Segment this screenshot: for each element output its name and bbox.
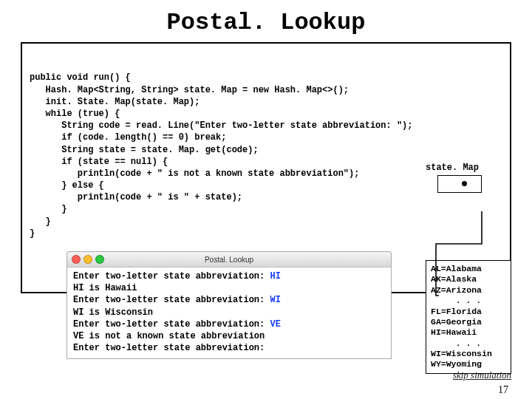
page-number: 17 xyxy=(498,384,508,396)
terminal-line: Enter two-letter state abbreviation: WI xyxy=(73,294,385,306)
statemap-entry: AZ=Arizona xyxy=(431,285,506,296)
statemap-label: state. Map xyxy=(426,162,479,174)
terminal-window: Postal. Lookup Enter two-letter state ab… xyxy=(66,251,392,359)
statemap-entry: . . . xyxy=(431,338,506,349)
statemap-entry: GA=Georgia xyxy=(431,317,506,327)
statemap-entry: FL=Florida xyxy=(431,307,506,317)
code-line: } xyxy=(30,228,502,239)
statemap-entry: WI=Wisconsin xyxy=(431,349,506,359)
statemap-data-box: AL=AlabamaAK=AlaskaAZ=Arizona. . .FL=Flo… xyxy=(426,260,511,374)
statemap-entry: WY=Wyoming xyxy=(431,359,506,369)
code-line: public void run() { xyxy=(30,72,502,83)
code-line: String state = state. Map. get(code); xyxy=(30,144,502,156)
terminal-line: WI is Wisconsin xyxy=(73,307,385,318)
code-line: init. State. Map(state. Map); xyxy=(30,96,502,108)
statemap-var-box xyxy=(437,175,482,193)
code-line: } xyxy=(30,216,502,228)
statemap-pointer-dot xyxy=(462,181,467,186)
statemap-entry: HI=Hawaii xyxy=(431,327,506,338)
statemap-entry: . . . xyxy=(431,296,506,306)
statemap-entry: AK=Alaska xyxy=(431,274,506,284)
terminal-body: Enter two-letter state abbreviation: HIH… xyxy=(66,267,392,359)
user-input: HI xyxy=(270,271,280,282)
user-input: WI xyxy=(270,295,280,305)
user-input: VE xyxy=(270,319,280,330)
statemap-entry: AL=Alabama xyxy=(431,264,506,274)
code-line: } xyxy=(30,203,502,215)
terminal-line: HI is Hawaii xyxy=(73,282,385,294)
code-line: Hash. Map<String, String> state. Map = n… xyxy=(30,84,502,96)
code-line: println(code + " is " + state); xyxy=(30,191,502,203)
terminal-line: Enter two-letter state abbreviation: VE xyxy=(73,318,385,330)
page-title: Postal. Lookup xyxy=(0,9,532,36)
code-line: if (code. length() == 0) break; xyxy=(30,132,502,143)
terminal-line: Enter two-letter state abbreviation: HI xyxy=(73,270,385,282)
terminal-title: Postal. Lookup xyxy=(67,256,391,264)
code-line: while (true) { xyxy=(30,108,502,120)
code-line: } else { xyxy=(30,180,502,191)
code-line: String code = read. Line("Enter two-lett… xyxy=(30,120,502,132)
terminal-line: Enter two-letter state abbreviation: xyxy=(73,342,385,354)
terminal-line: VE is not a known state abbreviation xyxy=(73,330,385,342)
skip-simulation-link[interactable]: skip simulation xyxy=(453,369,511,381)
terminal-titlebar: Postal. Lookup xyxy=(66,251,392,267)
